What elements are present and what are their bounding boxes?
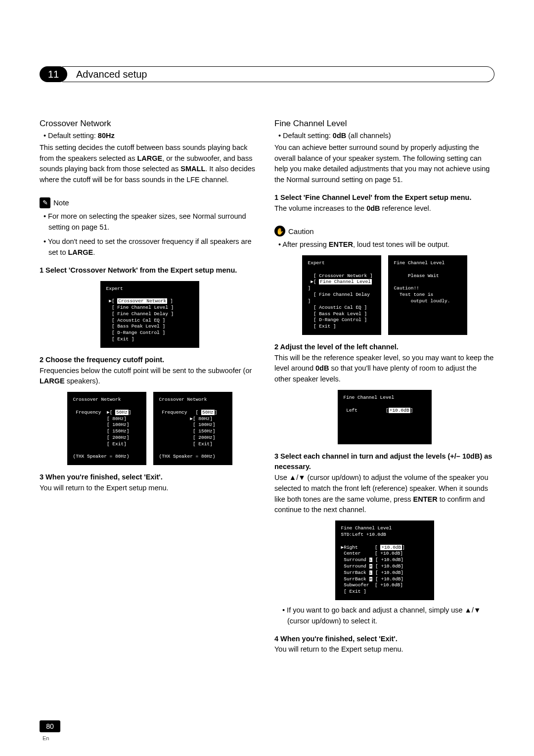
default-label: Default setting: [48,132,98,140]
r-step-2: 2 Adjust the level of the left channel. [274,342,494,353]
r-step-2-body: This will be the reference speaker level… [274,353,494,385]
right-column: Fine Channel Level • Default setting: 0d… [274,119,494,655]
r-step-3: 3 Select each channel in turn and adjust… [274,451,494,473]
note-item-2: • You don't need to set the crossover fr… [40,236,260,258]
default-setting-line-r: • Default setting: 0dB (all channels) [274,131,494,142]
default-label-r: Default setting: [283,132,333,140]
default-value: 80Hz [98,132,115,140]
step-3: 3 When you're finished, select 'Exit'. [40,472,260,483]
osd-fcl-pair: Expert [ Crossover Network ] ▶[ Fine Cha… [274,255,494,335]
section-fine-channel-level: Fine Channel Level [274,119,494,129]
step-3-body: You will return to the Expert setup menu… [40,483,260,494]
left-column: Crossover Network • Default setting: 80H… [40,119,260,655]
step-1: 1 Select 'Crossover Network' from the Ex… [40,265,260,276]
fcl-intro: You can achieve better surround sound by… [274,142,494,186]
r-step-1-body: The volume increases to the 0dB referenc… [274,203,494,214]
step-2-body: Frequencies below the cutoff point will … [40,366,260,387]
osd-expert-menu: Expert ▶[ Crossover Network ] [ Fine Cha… [100,281,199,348]
note-header: ✎ Note [40,197,260,208]
default-setting-line: • Default setting: 80Hz [40,131,260,142]
step-2: 2 Choose the frequency cutoff point. [40,355,260,366]
section-crossover-network: Crossover Network [40,119,260,129]
osd-expert-menu-r: Expert [ Crossover Network ] ▶[ Fine Cha… [302,255,381,335]
osd-crossover-b: Crossover Network Frequency [ 50Hz] ▶[ 8… [153,392,232,465]
chapter-header: 11 Advanced setup [40,66,494,82]
note-item-1: • For more on selecting the speaker size… [40,211,260,233]
hand-icon: ✋ [274,226,285,236]
pencil-icon: ✎ [40,197,50,208]
caution-item: • After pressing ENTER, loud test tones … [274,239,494,250]
osd-fcl-table: Fine Channel LevelSTD:Left +10.0dB▶Right… [335,520,434,600]
page-number-badge: 80 [40,720,60,732]
osd-crossover-pair: Crossover Network Frequency ▶[ 50Hz] [ 8… [40,392,260,465]
note-label: Note [53,198,69,207]
osd-fcl-left: Fine Channel Level Left [+10.0dB] [338,390,432,444]
r-tip: • If you want to go back and adjust a ch… [274,605,494,627]
osd-crossover-a: Crossover Network Frequency ▶[ 50Hz] [ 8… [67,392,146,465]
caution-label: Caution [288,227,314,236]
default-tail-r: (all channels) [346,132,391,140]
r-step-3-body: Use ▲/▼ (cursor up/down) to adjust the v… [274,472,494,516]
r-step-4: 4 When you're finished, select 'Exit'. [274,634,494,645]
r-step-1: 1 Select 'Fine Channel Level' from the E… [274,192,494,203]
default-value-r: 0dB [333,132,346,140]
chapter-title: Advanced setup [62,66,494,82]
page-language: En [43,735,49,741]
caution-header: ✋ Caution [274,226,494,236]
crossover-intro: This setting decides the cutoff between … [40,142,260,186]
osd-fcl-wait: Fine Channel Level Please WaitCaution!! … [388,255,467,335]
r-step-4-body: You will return to the Expert setup menu… [274,644,494,655]
